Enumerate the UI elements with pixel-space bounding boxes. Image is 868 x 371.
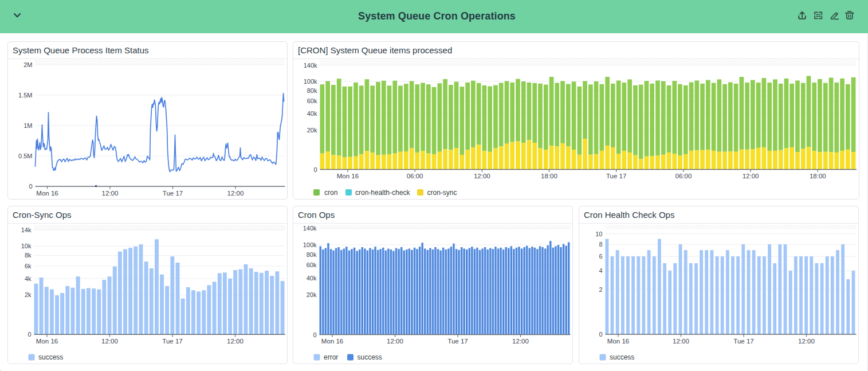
svg-text:12:00: 12:00 — [673, 337, 689, 344]
svg-text:2M: 2M — [23, 61, 32, 68]
svg-text:0.5M: 0.5M — [18, 152, 32, 159]
svg-text:Tue 17: Tue 17 — [162, 337, 182, 344]
svg-text:2k: 2k — [24, 291, 31, 298]
svg-text:0: 0 — [29, 183, 32, 190]
svg-text:18:00: 18:00 — [541, 173, 557, 179]
svg-text:Tue 17: Tue 17 — [733, 337, 753, 344]
svg-text:40k: 40k — [306, 274, 316, 281]
svg-text:0: 0 — [313, 166, 317, 173]
svg-text:12:00: 12:00 — [473, 173, 490, 179]
svg-text:60k: 60k — [307, 97, 317, 104]
svg-text:Mon 16: Mon 16 — [321, 338, 343, 345]
svg-text:cron: cron — [324, 188, 337, 196]
svg-text:12:00: 12:00 — [227, 337, 243, 344]
svg-text:06:00: 06:00 — [406, 173, 423, 179]
svg-text:140k: 140k — [303, 61, 317, 68]
svg-text:14k: 14k — [21, 226, 31, 233]
svg-text:4: 4 — [599, 267, 602, 274]
svg-text:Mon 16: Mon 16 — [607, 337, 629, 344]
svg-text:0: 0 — [313, 331, 316, 338]
svg-text:10: 10 — [595, 230, 602, 237]
svg-text:12:00: 12:00 — [101, 189, 118, 196]
svg-text:12:00: 12:00 — [512, 338, 529, 345]
svg-text:100k: 100k — [303, 241, 316, 248]
svg-text:12:00: 12:00 — [387, 338, 403, 345]
svg-text:6k: 6k — [24, 262, 31, 269]
svg-text:80k: 80k — [306, 251, 316, 257]
svg-text:success: success — [610, 353, 634, 361]
svg-text:Tue 17: Tue 17 — [162, 189, 182, 196]
svg-text:60k: 60k — [306, 261, 316, 268]
svg-text:Mon 16: Mon 16 — [36, 189, 58, 196]
svg-text:Mon 16: Mon 16 — [36, 337, 57, 344]
svg-text:140k: 140k — [303, 225, 316, 232]
svg-text:Tue 17: Tue 17 — [606, 173, 626, 179]
svg-text:cron-sync: cron-sync — [427, 188, 457, 196]
svg-text:80k: 80k — [307, 87, 317, 93]
svg-text:success: success — [38, 353, 63, 361]
svg-text:0: 0 — [28, 331, 31, 338]
svg-text:100k: 100k — [303, 77, 317, 84]
svg-text:1M: 1M — [23, 122, 32, 128]
svg-text:4k: 4k — [24, 275, 31, 282]
svg-text:0: 0 — [599, 331, 602, 338]
svg-text:12:00: 12:00 — [227, 189, 243, 196]
svg-text:8: 8 — [599, 241, 602, 248]
svg-text:6: 6 — [599, 253, 602, 260]
svg-text:20k: 20k — [306, 291, 316, 298]
svg-text:20k: 20k — [307, 126, 317, 133]
svg-text:error: error — [324, 353, 338, 361]
svg-text:12:00: 12:00 — [742, 173, 759, 179]
svg-text:10k: 10k — [21, 243, 31, 249]
svg-text:06:00: 06:00 — [675, 173, 692, 179]
svg-text:success: success — [357, 353, 382, 361]
svg-text:cron-health-check: cron-health-check — [355, 188, 410, 196]
svg-text:Mon 16: Mon 16 — [336, 173, 358, 179]
svg-text:2: 2 — [599, 286, 602, 292]
svg-text:12:00: 12:00 — [101, 337, 118, 344]
svg-text:Tue 17: Tue 17 — [447, 338, 468, 345]
svg-text:8k: 8k — [24, 252, 31, 259]
svg-text:1.5M: 1.5M — [18, 91, 32, 98]
svg-text:40k: 40k — [307, 110, 317, 117]
svg-text:18:00: 18:00 — [809, 173, 826, 179]
svg-text:12:00: 12:00 — [798, 337, 815, 344]
